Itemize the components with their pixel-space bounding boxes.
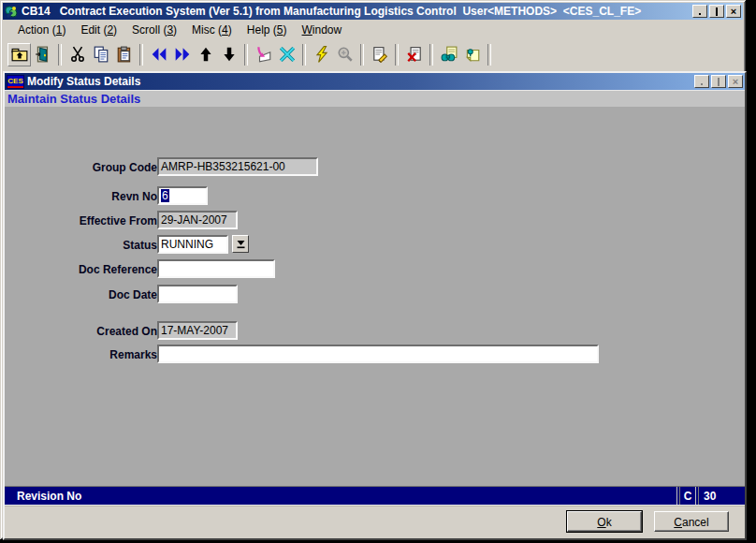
doc-date-field[interactable] — [157, 285, 238, 303]
status-dropdown-button[interactable] — [232, 235, 249, 253]
menu-scroll[interactable]: Scroll (3) — [124, 22, 184, 38]
group-code-label: Group Code — [5, 161, 157, 174]
created-on-label: Created On — [5, 325, 157, 338]
copy-icon — [93, 46, 109, 63]
toolbar-next-record-button[interactable] — [217, 43, 240, 66]
double-right-arrow-icon — [174, 46, 191, 63]
close-icon: × — [733, 77, 738, 86]
up-arrow-icon — [197, 46, 214, 63]
window-title: CB14 Contract Execution System (Ver 5.1)… — [22, 3, 690, 20]
doc-reference-field[interactable] — [157, 259, 275, 278]
toolbar-separator — [302, 44, 306, 66]
maximize-icon — [716, 7, 718, 16]
menu-window[interactable]: Window — [295, 22, 350, 38]
zoom-magnifier-icon — [337, 46, 354, 63]
toolbar-separator — [139, 44, 143, 66]
form-heading-strip: Maintain Status Details — [5, 90, 745, 107]
toolbar-scroll-left-button[interactable] — [147, 43, 170, 66]
child-title-bar: CES Modify Status Details × — [5, 73, 745, 90]
toolbar-edit-record-button[interactable] — [368, 43, 391, 66]
modify-status-details-window: CES Modify Status Details × Maintain Sta… — [3, 71, 747, 540]
maximize-button[interactable] — [709, 5, 724, 18]
doc-date-label: Doc Date — [5, 288, 157, 301]
application-window: CB14 Contract Execution System (Ver 5.1)… — [0, 0, 746, 539]
toolbar-cancel-query-button[interactable] — [275, 43, 298, 66]
menu-misc[interactable]: Misc (4) — [184, 22, 240, 38]
toolbar-previous-record-button[interactable] — [194, 43, 217, 66]
menu-edit[interactable]: Edit (2) — [73, 22, 124, 38]
toolbar-pin-note-button[interactable] — [460, 43, 484, 66]
child-maximize-button[interactable] — [711, 75, 726, 88]
toolbar-delete-record-button[interactable] — [402, 43, 426, 66]
edit-record-icon — [371, 46, 388, 63]
child-close-button[interactable]: × — [728, 75, 743, 88]
form-canvas: Group Code AMRP-HB353215621-00 Revn No 6… — [5, 107, 745, 486]
app-icon — [5, 5, 19, 19]
toolbar-separator — [244, 44, 248, 66]
toolbar-paste-button[interactable] — [112, 43, 136, 66]
toolbar-copy-button[interactable] — [89, 43, 112, 66]
revn-no-field[interactable]: 6 — [157, 186, 208, 205]
ces-icon: CES — [7, 75, 24, 89]
cancel-query-x-icon — [279, 46, 296, 63]
toolbar-scroll-right-button[interactable] — [170, 43, 194, 66]
menu-bar: Action (1) Edit (2) Scroll (3) Misc (4) … — [3, 21, 743, 39]
toolbar-folder-up-button[interactable] — [7, 43, 31, 66]
page-title: Maintain Status Details — [7, 92, 140, 106]
title-bar: CB14 Contract Execution System (Ver 5.1)… — [3, 3, 743, 20]
minimize-button[interactable] — [692, 5, 707, 18]
down-arrow-icon — [221, 46, 238, 63]
toolbar-enter-query-button[interactable] — [252, 43, 275, 66]
toolbar-execute-button[interactable] — [310, 43, 333, 66]
execute-lightning-icon — [313, 46, 330, 63]
status-bar: Revision No C 30 — [5, 486, 745, 506]
child-window-title: Modify Status Details — [27, 73, 691, 90]
paste-icon — [116, 46, 133, 63]
group-code-field[interactable]: AMRP-HB353215621-00 — [157, 157, 318, 176]
remarks-label: Remarks — [5, 348, 157, 361]
menu-help[interactable]: Help (5) — [240, 22, 295, 38]
child-minimize-button[interactable] — [694, 75, 709, 88]
button-strip: Ok Cancel — [5, 506, 745, 538]
enter-query-icon — [255, 46, 272, 63]
folder-up-icon — [11, 46, 28, 63]
revn-no-label: Revn No — [5, 190, 157, 203]
binoculars-note-icon — [441, 46, 458, 63]
minimize-icon — [701, 83, 703, 85]
cancel-button[interactable]: Cancel — [654, 511, 729, 532]
toolbar-separator — [360, 44, 364, 66]
selected-text: 6 — [161, 189, 169, 202]
minimize-icon — [699, 13, 701, 15]
status-message: Revision No — [5, 490, 676, 503]
ok-button[interactable]: Ok — [567, 511, 642, 532]
effective-from-field[interactable]: 29-JAN-2007 — [157, 211, 238, 229]
record-count: 30 — [699, 490, 745, 503]
toolbar-find-note-button[interactable] — [437, 43, 460, 66]
close-icon: × — [731, 7, 736, 16]
status-label: Status — [5, 239, 157, 252]
cut-scissors-icon — [69, 46, 86, 63]
toolbar-separator — [429, 44, 433, 66]
doc-reference-label: Doc Reference — [5, 263, 157, 276]
menu-action[interactable]: Action (1) — [10, 22, 73, 38]
toolbar-zoom-button[interactable] — [333, 43, 356, 66]
toolbar-cut-button[interactable] — [65, 43, 89, 66]
created-on-field[interactable]: 17-MAY-2007 — [157, 321, 238, 340]
maximize-icon — [718, 78, 720, 86]
pin-note-icon — [464, 46, 481, 63]
status-flag: C — [680, 490, 695, 503]
status-field[interactable]: RUNNING — [157, 235, 228, 254]
dropdown-arrow-icon — [236, 239, 246, 249]
remarks-field[interactable] — [157, 345, 599, 363]
toolbar-exit-door-button[interactable] — [31, 43, 54, 66]
toolbar-separator — [487, 44, 491, 66]
effective-from-label: Effective From — [5, 214, 157, 227]
close-button[interactable]: × — [726, 5, 741, 18]
exit-door-icon — [35, 46, 51, 63]
toolbar — [3, 39, 743, 69]
toolbar-separator — [58, 44, 62, 66]
delete-record-icon — [406, 46, 423, 63]
toolbar-separator — [395, 44, 399, 66]
double-left-arrow-icon — [151, 46, 167, 63]
